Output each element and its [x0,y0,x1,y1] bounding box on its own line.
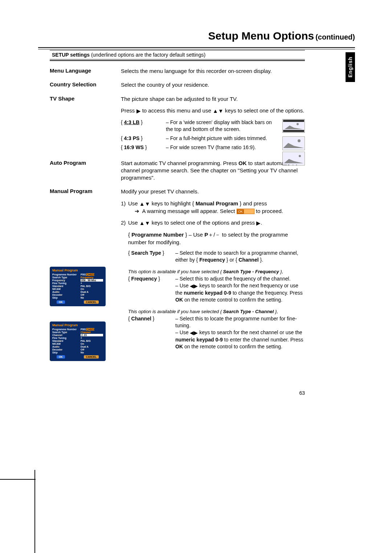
tv-shape-line1: The picture shape can be adjusted to fit… [121,95,305,103]
title-main: Setup Menu Options [208,30,314,42]
setup-settings-bold: SETUP settings [52,52,90,58]
ok-pill-icon: OK [237,209,254,214]
svg-point-3 [297,123,299,125]
osd-row: SkipNo [52,351,103,354]
label-menu-language: Menu Language [50,67,121,75]
step-1-num: 1) [121,200,128,215]
manual-program-intro: Modify your preset TV channels. [121,188,305,195]
osd-row: Programme NumberP001CH023 [52,273,103,276]
osd-row: AudioDual A [52,291,103,293]
osd-row: Search TypeFrequency [52,276,103,279]
sub-search-type-desc: – Select the mode to search for a progra… [175,250,305,263]
osd-ok-button: OK [57,355,65,359]
step-1-body: Use ▲▼ keys to highlight { Manual Progra… [128,200,305,215]
row-auto-program: Auto Program Start automatic TV channel … [50,160,305,182]
osd-row: Fine Tuning+ [52,282,103,284]
page: Setup Menu Options (continued) English S… [0,0,392,553]
osd-row: StandardPAL B/G [52,340,103,342]
svg-rect-1 [283,130,304,132]
up-down-triangle-icon: ▲▼ [213,107,224,115]
sub-channel-key: { Channel } [128,315,175,350]
sub-search-type-key: { Search Type } [128,250,175,263]
content-frame: Setup Menu Options (continued) English S… [38,30,355,49]
language-tab-label: English [347,57,353,78]
osd-row: NICAMOn [52,288,103,290]
sub-frequency-desc: – Select this to adjust the frequency of… [175,275,305,303]
svg-point-5 [298,139,301,142]
sub-programme-number-line: { Programme Number } – Use P＋/－ to selec… [128,231,305,246]
label-tv-shape: TV Shape [50,95,121,153]
tv-shape-line2: Press ▶ to access this menu and use ▲▼ k… [121,107,305,115]
desc-auto-program: Start automatic TV channel programming. … [121,160,305,182]
row-menu-language: Menu Language Selects the menu language … [50,67,305,75]
opt-43lb-key: { 4:3 LB } [121,119,166,126]
tv-shape-options: { 4:3 LB } – For a 'wide screen' display… [121,119,305,151]
sub-programme-number: { Programme Number } – Use P＋/－ to selec… [121,231,305,246]
step-2-num: 2) [121,219,128,227]
step-1-arrow-line: ➔ A warning message will appear. Select … [128,208,305,215]
svg-rect-0 [283,120,304,122]
label-country-selection: Country Selection [50,81,121,89]
crop-mark-horizontal [0,479,36,480]
page-title: Setup Menu Options (continued) [38,30,355,45]
label-auto-program: Auto Program [50,160,121,182]
page-number: 63 [299,390,305,396]
channel-italic-note: This option is available if you have sel… [121,308,305,315]
row-tv-shape: TV Shape The picture shape can be adjust… [50,95,305,153]
sub-frequency: { Frequency } – Select this to adjust th… [121,275,305,303]
osd-row: SkipNo [52,296,103,299]
osd-cancel-button: CANCEL [84,355,99,359]
thick-rule [50,60,305,61]
right-triangle-icon: ▶ [136,107,141,115]
osd-row: Programme NumberP001CH023 [52,328,103,331]
label-manual-program: Manual Program Manual ProgramProgramme N… [50,188,121,361]
double-rule [38,47,355,49]
step-2: 2) Use ▲▼ keys to select one of the opti… [121,219,305,227]
osd-title: Manual Program [52,269,103,272]
osd-channel: Manual ProgramProgramme NumberP001CH023S… [50,321,106,361]
osd-row: NICAMOn [52,343,103,345]
desc-manual-program: Modify your preset TV channels. 1) Use ▲… [121,188,305,361]
osd-row: StandardPAL B/G [52,285,103,287]
osd-row: DecoderOff [52,348,103,351]
sub-search-type: { Search Type } – Select the mode to sea… [121,250,305,263]
left-right-triangle-icon: ◀▶ [190,283,198,290]
opt-43ps-key: { 4:3 PS } [121,135,166,142]
opt-169ws-key: { 16:9 WS } [121,144,166,151]
osd-cancel-button: CANCEL [84,300,99,304]
frequency-italic-note: This option is available if you have sel… [121,269,305,275]
osd-row: Frequency058 . 98 Mhz [52,279,103,282]
language-tab: English [346,52,355,82]
osd-row: Search TypeChannel [52,331,103,333]
up-down-triangle-icon: ▲▼ [139,220,150,227]
row-manual-program: Manual Program Manual ProgramProgramme N… [50,188,305,361]
desc-country-selection: Select the country of your residence. [121,81,305,89]
svg-point-7 [299,155,301,157]
right-triangle-icon: ▶ [256,220,261,227]
osd-row: Fine Tuning+ [52,337,103,339]
step-2-body: Use ▲▼ keys to select one of the options… [128,219,305,227]
main-content: SETUP settings (underlined options are t… [50,50,305,368]
sub-channel: { Channel } – Select this to locate the … [121,315,305,350]
osd-title: Manual Program [52,323,103,327]
osd-row: ChannelC 23 [52,334,103,336]
desc-tv-shape: The picture shape can be adjusted to fit… [121,95,305,153]
row-country-selection: Country Selection Select the country of … [50,81,305,89]
osd-row: DecoderOff [52,294,103,296]
left-right-triangle-icon: ◀▶ [190,329,198,336]
setup-settings-banner: SETUP settings (underlined options are t… [50,50,305,60]
tv-shape-43ps-image [282,136,305,150]
step-1: 1) Use ▲▼ keys to highlight { Manual Pro… [121,200,305,215]
tv-shape-169ws-image [282,152,305,165]
sub-frequency-key: { Frequency } [128,275,175,303]
arrow-icon: ➔ [135,208,142,214]
osd-frequency: Manual ProgramProgramme NumberP001CH023S… [50,267,106,306]
up-down-triangle-icon: ▲▼ [139,200,150,208]
desc-menu-language: Selects the menu language for this recor… [121,67,305,75]
title-continued: (continued) [315,33,355,41]
osd-ok-button: OK [57,300,65,304]
crop-mark-vertical [34,470,35,553]
tv-shape-43lb-image [282,119,305,133]
setup-settings-rest: (underlined options are the factory defa… [90,52,205,58]
sub-channel-desc: – Select this to locate the programme nu… [175,315,305,350]
